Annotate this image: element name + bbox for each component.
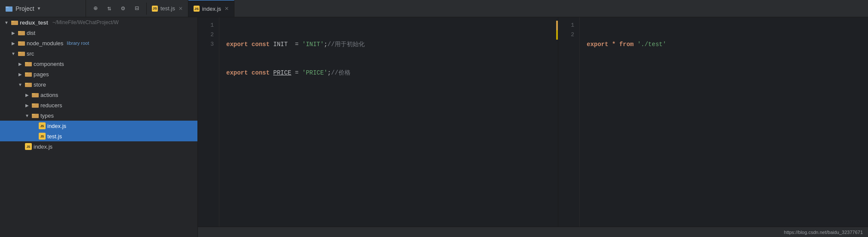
index-js-types-icon: JS bbox=[39, 122, 46, 129]
eq-1: = bbox=[291, 41, 302, 48]
line-num-2: 2 bbox=[198, 30, 214, 40]
types-folder-icon bbox=[32, 113, 39, 118]
sidebar-item-store[interactable]: ▼ store bbox=[0, 79, 197, 90]
settings-icon: ⚙ bbox=[121, 4, 125, 12]
code-content-left[interactable]: export const INIT = 'INIT';//用于初始化 expor… bbox=[219, 17, 558, 227]
svg-rect-11 bbox=[25, 62, 28, 63]
sidebar-item-test-js-types[interactable]: ▶ JS test.js bbox=[0, 131, 197, 141]
sidebar-item-types[interactable]: ▼ types bbox=[0, 110, 197, 121]
sidebar-item-pages[interactable]: ▶ pages bbox=[0, 69, 197, 79]
sidebar-item-reducers[interactable]: ▶ reducers bbox=[0, 100, 197, 110]
types-chevron-icon: ▼ bbox=[24, 112, 30, 118]
code-line-r1: export * from './test' bbox=[587, 40, 861, 49]
line-num-1: 1 bbox=[198, 21, 214, 30]
svg-rect-1 bbox=[6, 6, 9, 8]
code-line-1: export const INIT = 'INIT';//用于初始化 bbox=[226, 40, 551, 49]
project-chevron-icon: ▼ bbox=[37, 6, 41, 11]
dist-label: dist bbox=[27, 30, 35, 36]
svg-rect-7 bbox=[18, 41, 21, 43]
semi-2: ; bbox=[327, 69, 331, 76]
components-label: components bbox=[34, 61, 64, 67]
price-str: 'PRICE' bbox=[302, 69, 327, 76]
sidebar-item-actions[interactable]: ▶ actions bbox=[0, 90, 197, 100]
gutter-marker-1 bbox=[556, 21, 558, 30]
store-folder-icon bbox=[25, 82, 32, 87]
actions-chevron-icon: ▶ bbox=[24, 92, 30, 98]
index-js-types-label: index.js bbox=[47, 123, 66, 129]
sidebar-item-src[interactable]: ▼ src bbox=[0, 48, 197, 59]
settings-icon-btn[interactable]: ⚙ bbox=[117, 3, 129, 15]
comment-2: //价格 bbox=[331, 69, 351, 76]
src-chevron-icon: ▼ bbox=[10, 50, 16, 56]
const-kw-2: const bbox=[252, 69, 270, 76]
tab-test-js-label: test.js bbox=[160, 5, 175, 12]
sidebar-item-dist[interactable]: ▶ dist bbox=[0, 28, 197, 38]
tab-test-js-close[interactable]: ✕ bbox=[179, 6, 183, 12]
src-folder-icon bbox=[18, 51, 25, 56]
star-op: * bbox=[612, 41, 616, 48]
dist-chevron-icon: ▶ bbox=[10, 30, 16, 36]
tab-index-js-label: index.js bbox=[202, 6, 221, 12]
svg-rect-3 bbox=[11, 21, 14, 22]
actions-label: actions bbox=[40, 92, 58, 98]
collapse-icon-btn[interactable]: ⊟ bbox=[131, 3, 143, 15]
editor-test-js: 1 2 3 export const INIT = 'INIT';//用于初始化… bbox=[198, 17, 558, 227]
svg-rect-17 bbox=[32, 93, 35, 94]
sidebar-item-root[interactable]: ▼ redux_test ~/MineFile/WeChatProject/W bbox=[0, 17, 197, 28]
toolbar-icons: ⊕ ⇅ ⚙ ⊟ bbox=[86, 3, 147, 15]
status-url: https://blog.csdn.net/baidu_32377671 bbox=[784, 230, 863, 235]
line-num-r1: 1 bbox=[558, 21, 574, 30]
store-chevron-icon: ▼ bbox=[17, 81, 23, 87]
node-modules-folder-icon bbox=[18, 41, 25, 46]
sync-icon-btn[interactable]: ⊕ bbox=[89, 3, 102, 15]
tab-test-js[interactable]: JS test.js ✕ bbox=[147, 0, 188, 17]
project-folder-icon bbox=[5, 5, 13, 12]
sidebar-item-components[interactable]: ▶ components bbox=[0, 59, 197, 69]
test-js-types-label: test.js bbox=[47, 133, 62, 140]
reducers-label: reducers bbox=[40, 102, 62, 109]
pages-label: pages bbox=[34, 71, 49, 78]
editor-area: 1 2 3 export const INIT = 'INIT';//用于初始化… bbox=[198, 17, 868, 227]
equalize-icon-btn[interactable]: ⇅ bbox=[103, 3, 115, 15]
price-var: PRICE bbox=[273, 69, 291, 76]
index-js-src-icon: JS bbox=[25, 143, 32, 150]
title-bar: Project ▼ ⊕ ⇅ ⚙ ⊟ JS test.js ✕ JS index.… bbox=[0, 0, 868, 17]
comment-1: //用于初始化 bbox=[327, 41, 365, 48]
sidebar-item-index-js-src[interactable]: ▶ JS index.js bbox=[0, 141, 197, 152]
tab-index-js-close[interactable]: ✕ bbox=[225, 6, 229, 12]
project-selector[interactable]: Project ▼ bbox=[0, 0, 86, 17]
reducers-chevron-icon: ▶ bbox=[24, 102, 30, 108]
project-label: Project bbox=[15, 5, 34, 12]
code-content-right[interactable]: export * from './test' bbox=[580, 17, 868, 227]
line-num-3: 3 bbox=[198, 40, 214, 49]
line-numbers-right: 1 2 bbox=[558, 17, 580, 227]
line-num-r2: 2 bbox=[558, 30, 574, 40]
equalize-icon: ⇅ bbox=[107, 4, 111, 12]
actions-folder-icon bbox=[32, 92, 39, 98]
dist-folder-icon bbox=[18, 30, 25, 36]
export-kw-1: export bbox=[226, 41, 248, 48]
root-folder-label: redux_test bbox=[20, 19, 48, 26]
init-var: INIT bbox=[273, 41, 288, 48]
pages-chevron-icon: ▶ bbox=[17, 71, 23, 77]
svg-rect-15 bbox=[25, 83, 28, 84]
node-modules-chevron-icon: ▶ bbox=[10, 40, 16, 46]
types-label: types bbox=[40, 112, 54, 119]
library-root-badge: library root bbox=[67, 41, 89, 46]
editor-index-js: 1 2 export * from './test' bbox=[558, 17, 868, 227]
index-js-src-label: index.js bbox=[34, 143, 52, 150]
collapse-icon: ⊟ bbox=[135, 4, 139, 12]
src-label: src bbox=[27, 50, 34, 57]
root-chevron-icon: ▼ bbox=[3, 19, 9, 25]
status-bar: https://blog.csdn.net/baidu_32377671 bbox=[198, 227, 868, 237]
gutter-marker-2 bbox=[556, 30, 558, 40]
tab-index-js[interactable]: JS index.js ✕ bbox=[188, 0, 234, 17]
svg-rect-19 bbox=[32, 103, 35, 105]
export-kw-r: export bbox=[587, 41, 608, 48]
test-js-types-icon: JS bbox=[39, 133, 46, 140]
store-label: store bbox=[34, 81, 46, 88]
sidebar-item-node-modules[interactable]: ▶ node_modules library root bbox=[0, 38, 197, 48]
sync-icon: ⊕ bbox=[93, 4, 97, 12]
pages-folder-icon bbox=[25, 72, 32, 77]
sidebar-item-index-js-types[interactable]: ▶ JS index.js bbox=[0, 121, 197, 131]
